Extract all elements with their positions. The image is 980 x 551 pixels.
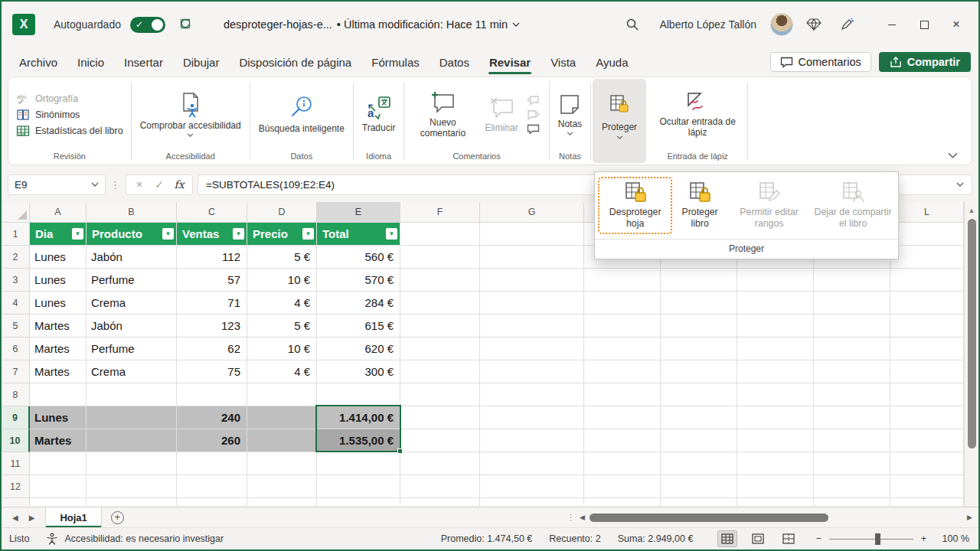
cell-J10[interactable] [737, 429, 814, 452]
tab-formulas[interactable]: Fórmulas [363, 51, 428, 75]
tab-dibujar[interactable]: Dibujar [175, 51, 228, 75]
cell-G1[interactable] [480, 223, 584, 246]
cell-G7[interactable] [480, 360, 584, 383]
cell-K13[interactable] [814, 498, 890, 506]
filter-button-precio[interactable]: ▼ [302, 228, 314, 240]
cell-H7[interactable] [584, 360, 661, 383]
cell-A2[interactable]: Lunes [30, 246, 87, 269]
cell-B3[interactable]: Perfume [87, 269, 177, 292]
cell-I5[interactable] [661, 315, 737, 337]
formula-bar-grip[interactable]: ⋮ [110, 179, 121, 191]
cell-F7[interactable] [400, 360, 480, 383]
cell-B8[interactable] [87, 383, 177, 406]
cell-A11[interactable] [30, 452, 87, 475]
cell-J11[interactable] [737, 452, 814, 475]
cell-I4[interactable] [661, 292, 737, 315]
cell-A9[interactable]: Lunes [30, 406, 87, 429]
cell-D5[interactable]: 5 € [247, 315, 317, 337]
cell-A13[interactable] [30, 498, 87, 506]
cell-A7[interactable]: Martes [30, 360, 87, 383]
cell-E11[interactable] [317, 452, 400, 475]
row-header-2[interactable]: 2 [2, 246, 30, 269]
tab-archivo[interactable]: Archivo [11, 51, 66, 75]
cell-E1[interactable]: Total▼ [317, 223, 400, 246]
cell-I10[interactable] [661, 429, 737, 452]
cell-B10[interactable] [87, 429, 177, 452]
tab-disposicion-de-pagina[interactable]: Disposición de página [230, 51, 360, 75]
cell-K6[interactable] [814, 337, 890, 360]
editor-pen-icon[interactable] [835, 18, 861, 31]
cell-C12[interactable] [177, 475, 247, 498]
thesaurus-button[interactable]: Sinónimos [16, 109, 80, 121]
cell-I13[interactable] [661, 498, 737, 506]
cell-A1[interactable]: Dia▼ [30, 223, 87, 246]
cell-F5[interactable] [400, 315, 480, 337]
next-sheet-arrow[interactable]: ▶ [29, 514, 35, 522]
cell-C13[interactable] [177, 498, 247, 506]
cell-A6[interactable]: Martes [30, 337, 87, 360]
scroll-right-arrow[interactable]: ▶ [967, 514, 972, 521]
cell-G10[interactable] [480, 429, 584, 452]
row-header-12[interactable]: 12 [2, 475, 30, 498]
cell-C10[interactable]: 260 [177, 429, 247, 452]
cell-E3[interactable]: 570 € [317, 269, 400, 292]
column-header-C[interactable]: C [177, 202, 247, 223]
minimize-button[interactable]: ─ [876, 11, 908, 37]
cell-E2[interactable]: 560 € [317, 246, 400, 269]
document-title[interactable]: desproteger-hojas-e... • Última modifica… [224, 18, 520, 31]
collapse-ribbon-chevron[interactable] [948, 152, 958, 158]
cell-B4[interactable]: Crema [87, 292, 177, 315]
translate-button[interactable]: a Traducir [357, 93, 401, 135]
cell-C9[interactable]: 240 [177, 406, 247, 429]
hide-ink-button[interactable]: Ocultar entrada de lápiz [651, 89, 744, 141]
cell-J6[interactable] [737, 337, 814, 360]
cell-G12[interactable] [480, 475, 584, 498]
cell-G5[interactable] [480, 315, 584, 337]
cell-E8[interactable] [317, 383, 400, 406]
column-header-A[interactable]: A [30, 202, 87, 223]
row-header-3[interactable]: 3 [2, 269, 30, 292]
cell-C8[interactable] [177, 383, 247, 406]
cell-A3[interactable]: Lunes [30, 269, 87, 292]
cell-B5[interactable]: Jabón [87, 315, 177, 337]
cell-L2[interactable] [890, 246, 964, 269]
cell-J5[interactable] [737, 315, 814, 337]
cell-L11[interactable] [890, 452, 964, 475]
cell-A12[interactable] [30, 475, 87, 498]
cell-A8[interactable] [30, 383, 87, 406]
page-layout-view-button[interactable] [748, 530, 768, 547]
cell-F4[interactable] [400, 292, 480, 315]
new-comment-button[interactable]: Nuevo comentario [407, 88, 478, 142]
select-all-corner[interactable] [2, 202, 30, 223]
cell-L4[interactable] [890, 292, 964, 315]
cell-E6[interactable]: 620 € [317, 337, 400, 360]
cell-F2[interactable] [400, 246, 480, 269]
cell-H11[interactable] [584, 452, 661, 475]
cell-L9[interactable] [890, 406, 964, 429]
cell-F9[interactable] [400, 406, 480, 429]
column-header-E[interactable]: E [317, 202, 400, 223]
status-mode[interactable]: Listo [9, 533, 29, 544]
tab-datos[interactable]: Datos [431, 51, 478, 75]
search-icon[interactable] [619, 18, 645, 31]
cell-H3[interactable] [584, 269, 661, 292]
cell-C1[interactable]: Ventas▼ [177, 223, 247, 246]
cell-L7[interactable] [890, 360, 964, 383]
next-comment-button[interactable] [527, 109, 540, 119]
expand-formula-bar-chevron[interactable] [956, 182, 964, 187]
sheet-tab-hoja1[interactable]: Hoja1 [45, 507, 101, 527]
cell-J7[interactable] [737, 360, 814, 383]
cell-L13[interactable] [890, 498, 964, 506]
row-header-9[interactable]: 9 [2, 406, 30, 429]
cell-G8[interactable] [480, 383, 584, 406]
cell-K12[interactable] [814, 475, 890, 498]
cell-F3[interactable] [400, 269, 480, 292]
cell-G9[interactable] [480, 406, 584, 429]
notes-button[interactable]: Notas [553, 91, 587, 138]
workbook-stats-button[interactable]: 123 Estadísticas del libro [16, 125, 123, 137]
share-button[interactable]: Compartir [879, 52, 971, 72]
confirm-entry-button[interactable]: ✓ [149, 178, 169, 191]
cell-I6[interactable] [661, 337, 737, 360]
row-header-6[interactable]: 6 [2, 337, 30, 360]
zoom-out-button[interactable]: − [815, 533, 821, 544]
